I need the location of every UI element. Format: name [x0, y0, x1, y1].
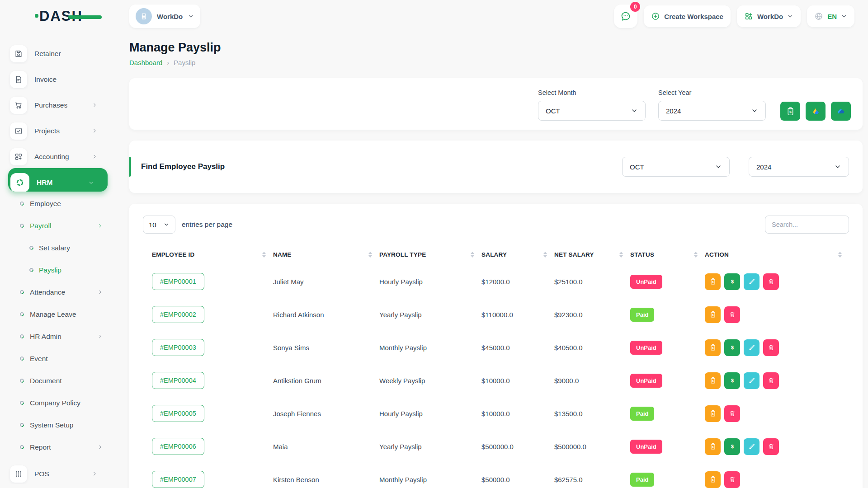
sidebar-nav: RetainerInvoicePurchasesProjectsAccounti… [0, 33, 122, 488]
payment-button[interactable]: $ [724, 372, 740, 389]
table-row: #EMP00004Antikstion GrumWeekly Payslip$1… [143, 364, 849, 397]
sidebar-item-invoice[interactable]: Invoice [0, 64, 122, 89]
breadcrumb-dashboard-link[interactable]: Dashboard [129, 59, 162, 66]
sidebar-item-report[interactable]: Report [0, 436, 122, 458]
payslip-button[interactable]: $ [705, 372, 721, 389]
generate-payslip-button[interactable]: $ [780, 102, 800, 121]
column-header-payroll-type[interactable]: PAYROLL TYPE [379, 244, 481, 265]
sidebar-item-payslip[interactable]: Payslip [0, 259, 122, 281]
employee-id-chip[interactable]: #EMP00007 [152, 471, 204, 488]
logo-dot [35, 14, 38, 18]
export-onedrive-button[interactable] [831, 102, 851, 121]
sidebar-item-projects[interactable]: Projects [0, 115, 122, 141]
sort-icon[interactable] [471, 252, 474, 258]
employee-id-chip[interactable]: #EMP00006 [152, 438, 204, 455]
delete-button[interactable] [763, 273, 779, 290]
sidebar-item-crm[interactable]: CRM [0, 484, 122, 488]
employee-id-chip[interactable]: #EMP00003 [152, 339, 204, 356]
payment-button[interactable]: $ [724, 273, 740, 290]
delete-button[interactable] [763, 438, 779, 455]
sidebar-item-label: Employee [30, 200, 61, 208]
sidebar-item-payroll[interactable]: Payroll [0, 215, 122, 237]
column-header-net-salary[interactable]: NET SALARY [554, 244, 630, 265]
payment-button[interactable]: $ [724, 339, 740, 356]
search-input[interactable] [765, 216, 849, 234]
delete-button[interactable] [763, 339, 779, 356]
payslip-button[interactable]: $ [705, 306, 721, 323]
workdo-apps-menu[interactable]: WorkDo [737, 5, 801, 27]
column-header-name[interactable]: NAME [273, 244, 379, 265]
column-label: NET SALARY [554, 251, 594, 258]
breadcrumb-separator: › [167, 59, 169, 66]
salary-cell: $50000.0 [481, 463, 554, 488]
find-month-select[interactable]: OCT [622, 157, 730, 177]
find-year-select[interactable]: 2024 [749, 157, 849, 177]
projects-glyph [14, 127, 23, 136]
sort-icon[interactable] [262, 252, 266, 258]
sidebar-item-employee[interactable]: Employee [0, 192, 122, 215]
sort-icon[interactable] [694, 252, 698, 258]
plus-circle-icon [651, 12, 660, 21]
column-header-action[interactable]: ACTION [705, 244, 849, 265]
table-row: #EMP00002Richard AtkinsonYearly Payslip$… [143, 298, 849, 331]
payslip-button[interactable]: $ [705, 405, 721, 422]
sidebar-item-label: Retainer [34, 50, 61, 58]
employee-id-chip[interactable]: #EMP00002 [152, 306, 204, 323]
payslip-icon: $ [709, 311, 717, 318]
edit-button[interactable] [744, 273, 760, 290]
sort-icon[interactable] [619, 252, 623, 258]
sidebar-item-attendance[interactable]: Attendance [0, 281, 122, 303]
payslip-button[interactable]: $ [705, 471, 721, 488]
payment-button[interactable]: $ [724, 438, 740, 455]
payslip-table-card: 10 entries per page EMPLOYEE ID NAME PAY… [129, 204, 863, 488]
sidebar-item-event[interactable]: Event [0, 347, 122, 370]
delete-button[interactable] [763, 372, 779, 389]
sidebar-item-purchases[interactable]: Purchases [0, 89, 122, 115]
column-header-employee-id[interactable]: EMPLOYEE ID [143, 244, 273, 265]
sort-icon[interactable] [368, 252, 372, 258]
delete-button[interactable] [724, 405, 740, 422]
column-header-status[interactable]: STATUS [630, 244, 705, 265]
employee-id-chip[interactable]: #EMP00001 [152, 273, 204, 290]
sidebar-item-system-setup[interactable]: System Setup [0, 414, 122, 436]
sidebar-item-hrm[interactable]: HRM [8, 168, 108, 192]
sidebar-item-pos[interactable]: POS [0, 458, 122, 484]
sidebar-item-hr-admin[interactable]: HR Admin [0, 325, 122, 347]
month-select[interactable]: OCT [538, 101, 646, 121]
hrm-icon [10, 173, 29, 192]
edit-button[interactable] [744, 438, 760, 455]
status-badge: UnPaid [630, 275, 662, 289]
delete-button[interactable] [724, 471, 740, 488]
export-google-drive-button[interactable] [806, 102, 826, 121]
sidebar-item-document[interactable]: Document [0, 370, 122, 392]
brand-logo[interactable]: DASH [39, 8, 83, 24]
edit-button[interactable] [744, 372, 760, 389]
page-title: Manage Payslip [129, 41, 863, 55]
payslip-button[interactable]: $ [705, 339, 721, 356]
year-select[interactable]: 2024 [658, 101, 766, 121]
bullet-icon [19, 400, 25, 406]
payslip-button[interactable]: $ [705, 438, 721, 455]
sidebar-item-retainer[interactable]: Retainer [0, 38, 122, 64]
delete-button[interactable] [724, 306, 740, 323]
employee-id-chip[interactable]: #EMP00005 [152, 405, 204, 422]
column-header-salary[interactable]: SALARY [481, 244, 554, 265]
sort-icon[interactable] [543, 252, 547, 258]
create-workspace-button[interactable]: Create Workspace [644, 5, 731, 27]
language-selector[interactable]: EN [807, 5, 854, 27]
messages-button[interactable]: 0 [614, 5, 637, 28]
employee-id-chip[interactable]: #EMP00004 [152, 372, 204, 389]
sidebar-item-manage-leave[interactable]: Manage Leave [0, 303, 122, 325]
payroll-type-cell: Yearly Payslip [379, 430, 481, 463]
payslip-button[interactable]: $ [705, 273, 721, 290]
sidebar-item-accounting[interactable]: Accounting [0, 141, 122, 167]
entries-per-page-select[interactable]: 10 [143, 216, 175, 234]
sidebar-item-set-salary[interactable]: Set salary [0, 237, 122, 259]
edit-button[interactable] [744, 339, 760, 356]
sort-icon[interactable] [838, 252, 842, 258]
sidebar-item-company-policy[interactable]: Company Policy [0, 392, 122, 414]
workspace-selector[interactable]: WorkDo [129, 5, 200, 28]
accounting-icon [10, 148, 27, 165]
table-header-row: EMPLOYEE ID NAME PAYROLL TYPE SALARY NET… [143, 244, 849, 265]
payroll-type-cell: Hourly Payslip [379, 397, 481, 430]
